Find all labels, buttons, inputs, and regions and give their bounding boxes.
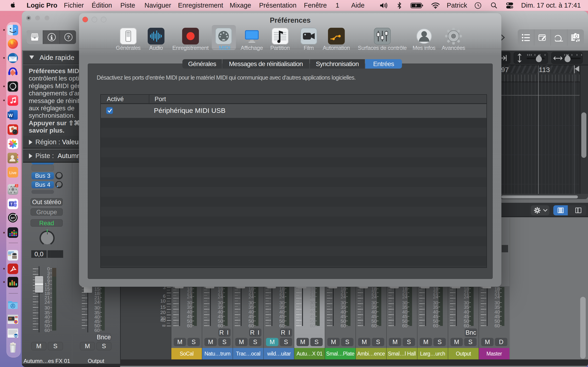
svg-text:1: 1	[16, 184, 18, 187]
svg-text:T: T	[10, 202, 13, 206]
svg-text:W: W	[9, 113, 13, 118]
svg-text:Live: Live	[9, 171, 16, 175]
svg-text:?: ?	[67, 34, 70, 40]
svg-text:DT: DT	[11, 216, 15, 220]
